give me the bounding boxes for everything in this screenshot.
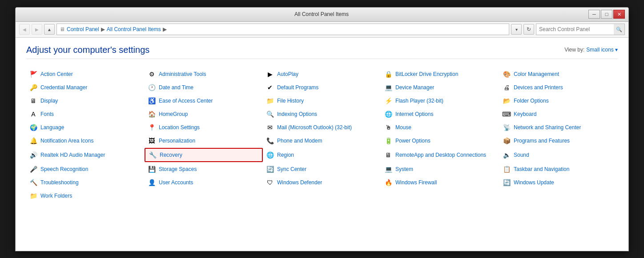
control-item-sync-center[interactable]: 🔄Sync Center	[263, 163, 381, 175]
fonts-label: Fonts	[40, 111, 54, 117]
control-item-location-settings[interactable]: 📍Location Settings	[145, 121, 263, 134]
control-item-network-sharing[interactable]: 📡Network and Sharing Center	[499, 121, 618, 134]
location-settings-icon: 📍	[147, 123, 156, 132]
refresh-button[interactable]: ↻	[523, 24, 534, 35]
control-item-autoplay[interactable]: ▶AutoPlay	[263, 68, 381, 80]
control-item-language[interactable]: 🌍Language	[26, 121, 145, 134]
control-item-windows-firewall[interactable]: 🔥Windows Firewall	[381, 176, 499, 189]
control-item-region[interactable]: 🌐Region	[263, 148, 381, 162]
close-button[interactable]: ✕	[613, 10, 625, 19]
control-item-taskbar-navigation[interactable]: 📋Taskbar and Navigation	[499, 163, 618, 175]
speech-recognition-label: Speech Recognition	[40, 166, 88, 172]
breadcrumb-sep-2: ▶	[163, 26, 167, 32]
control-item-bitlocker[interactable]: 🔒BitLocker Drive Encryption	[381, 68, 499, 80]
control-item-display[interactable]: 🖥Display	[26, 95, 145, 107]
fonts-icon: A	[29, 110, 38, 119]
control-item-devices-printers[interactable]: 🖨Devices and Printers	[499, 81, 618, 94]
flash-player-icon: ⚡	[384, 96, 393, 105]
indexing-options-icon: 🔍	[266, 110, 274, 119]
up-button[interactable]: ▲	[44, 24, 55, 35]
device-manager-icon: 💻	[384, 83, 393, 92]
language-label: Language	[40, 124, 64, 131]
bitlocker-label: BitLocker Drive Encryption	[395, 71, 458, 77]
control-item-programs-features[interactable]: 📦Programs and Features	[499, 135, 618, 147]
date-time-icon: 🕐	[147, 83, 156, 92]
notification-icons-icon: 🔔	[29, 136, 38, 145]
control-item-troubleshooting[interactable]: 🔨Troubleshooting	[26, 176, 145, 189]
realtek-audio-label: Realtek HD Audio Manager	[40, 152, 105, 158]
window-title: All Control Panel Items	[55, 11, 588, 17]
control-item-keyboard[interactable]: ⌨Keyboard	[499, 108, 618, 120]
control-item-personalization[interactable]: 🖼Personalization	[145, 135, 263, 147]
date-time-label: Date and Time	[159, 84, 193, 91]
system-icon: 💻	[384, 165, 393, 174]
minimize-button[interactable]: ─	[588, 10, 600, 19]
user-accounts-icon: 👤	[147, 178, 156, 187]
search-box: 🔍	[536, 24, 625, 35]
control-item-speech-recognition[interactable]: 🎤Speech Recognition	[26, 163, 145, 175]
control-item-power-options[interactable]: 🔋Power Options	[381, 135, 499, 147]
control-item-user-accounts[interactable]: 👤User Accounts	[145, 176, 263, 189]
control-item-credential-manager[interactable]: 🔑Credential Manager	[26, 81, 145, 94]
phone-modem-icon: 📞	[266, 136, 274, 145]
control-item-phone-modem[interactable]: 📞Phone and Modem	[263, 135, 381, 147]
control-item-homegroup[interactable]: 🏠HomeGroup	[145, 108, 263, 120]
sync-center-icon: 🔄	[266, 165, 274, 174]
notification-icons-label: Notification Area Icons	[40, 138, 93, 144]
control-item-sound[interactable]: 🔈Sound	[499, 148, 618, 162]
power-options-label: Power Options	[395, 138, 431, 144]
control-item-device-manager[interactable]: 💻Device Manager	[381, 81, 499, 94]
file-history-label: File History	[277, 98, 304, 104]
control-item-work-folders[interactable]: 📁Work Folders	[26, 190, 145, 202]
credential-manager-icon: 🔑	[29, 83, 38, 92]
control-item-ease-of-access[interactable]: ♿Ease of Access Center	[145, 95, 263, 107]
back-button[interactable]: ◀	[19, 24, 30, 35]
programs-features-icon: 📦	[502, 136, 511, 145]
control-item-windows-defender[interactable]: 🛡Windows Defender	[263, 176, 381, 189]
control-item-system[interactable]: 💻System	[381, 163, 499, 175]
control-item-indexing-options[interactable]: 🔍Indexing Options	[263, 108, 381, 120]
folder-options-icon: 📂	[502, 96, 511, 105]
folder-options-label: Folder Options	[514, 98, 549, 104]
devices-printers-icon: 🖨	[502, 83, 511, 92]
control-item-notification-icons[interactable]: 🔔Notification Area Icons	[26, 135, 145, 147]
storage-spaces-icon: 💾	[147, 165, 156, 174]
breadcrumb-control-panel[interactable]: Control Panel	[67, 26, 99, 32]
control-item-date-time[interactable]: 🕐Date and Time	[145, 81, 263, 94]
storage-spaces-label: Storage Spaces	[159, 166, 197, 172]
control-item-windows-update[interactable]: 🔄Windows Update	[499, 176, 618, 189]
mail-icon: ✉	[266, 123, 274, 132]
search-input[interactable]	[536, 26, 614, 32]
control-item-recovery[interactable]: 🔧Recovery	[145, 148, 263, 162]
control-item-action-center[interactable]: 🚩Action Center	[26, 68, 145, 80]
control-item-remoteapp[interactable]: 🖥RemoteApp and Desktop Connections	[381, 148, 499, 162]
color-management-label: Color Management	[514, 71, 559, 77]
control-item-administrative-tools[interactable]: ⚙Administrative Tools	[145, 68, 263, 80]
control-item-default-programs[interactable]: ✔Default Programs	[263, 81, 381, 94]
realtek-audio-icon: 🔊	[29, 151, 38, 159]
display-label: Display	[40, 98, 58, 104]
control-item-flash-player[interactable]: ⚡Flash Player (32-bit)	[381, 95, 499, 107]
windows-firewall-label: Windows Firewall	[395, 179, 437, 186]
control-item-file-history[interactable]: 📁File History	[263, 95, 381, 107]
control-item-realtek-audio[interactable]: 🔊Realtek HD Audio Manager	[26, 148, 145, 162]
forward-button[interactable]: ▶	[32, 24, 42, 35]
view-by-value[interactable]: Small icons ▾	[586, 47, 618, 53]
breadcrumb-all-items[interactable]: All Control Panel Items	[107, 26, 161, 32]
content-header: Adjust your computer's settings View by:…	[26, 45, 618, 59]
control-item-internet-options[interactable]: 🌐Internet Options	[381, 108, 499, 120]
control-item-folder-options[interactable]: 📂Folder Options	[499, 95, 618, 107]
items-grid: 🚩Action Center⚙Administrative Tools▶Auto…	[26, 68, 618, 202]
search-button[interactable]: 🔍	[614, 24, 624, 35]
control-item-storage-spaces[interactable]: 💾Storage Spaces	[145, 163, 263, 175]
control-item-fonts[interactable]: AFonts	[26, 108, 145, 120]
control-item-mail[interactable]: ✉Mail (Microsoft Outlook) (32-bit)	[263, 121, 381, 134]
dropdown-button[interactable]: ▾	[511, 24, 522, 35]
device-manager-label: Device Manager	[395, 84, 434, 91]
control-item-color-management[interactable]: 🎨Color Management	[499, 68, 618, 80]
internet-options-icon: 🌐	[384, 110, 393, 119]
personalization-label: Personalization	[159, 138, 195, 144]
location-settings-label: Location Settings	[159, 124, 200, 131]
maximize-button[interactable]: □	[601, 10, 612, 19]
control-item-mouse[interactable]: 🖱Mouse	[381, 121, 499, 134]
